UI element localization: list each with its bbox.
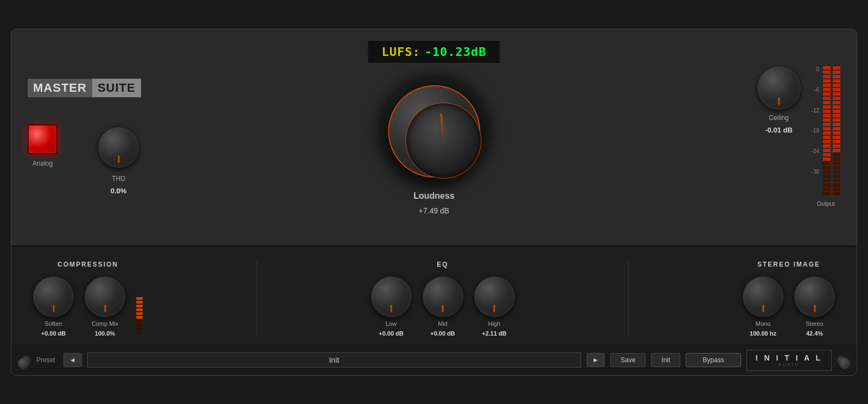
comp-mix-knob[interactable] [85,276,125,317]
bottom-section: COMPRESSION Soften +0.00 dB Comp Mix 100… [11,247,857,345]
preset-label: Preset [36,356,55,364]
eq-high-knob[interactable] [474,276,515,317]
lufs-display: LUFS: -10.23dB [367,40,500,64]
vu-meter: 0 -6 -12 -18 -24 -30 Output [812,66,840,207]
lufs-label: LUFS: [381,45,420,59]
thd-knob[interactable] [98,127,139,168]
stereo-knob[interactable] [794,276,835,317]
eq-title: EQ [437,261,448,268]
eq-high-value: +2.11 dB [482,330,507,337]
ceiling-label: Ceiling [769,114,789,122]
mono-label: Mono [756,320,771,327]
soften-item: Soften +0.00 dB [33,276,74,337]
main-knob-body[interactable] [388,85,480,178]
vu-labels: 0 -6 -12 -18 -24 -30 [812,66,821,175]
eq-low-knob[interactable] [371,276,412,317]
main-knob-inner [405,103,481,179]
logo: MASTER SUITE [28,79,141,97]
top-center: LUFS: -10.23dB [367,40,500,215]
ceiling-value: -0.01 dB [765,126,793,134]
thd-label: THD [112,175,125,182]
loudness-label: Loudness [413,191,455,201]
soften-label: Soften [45,320,62,327]
eq-high-item: High +2.11 dB [474,276,515,337]
soften-value: +0.00 dB [41,330,66,337]
preset-name-display: Init [87,352,582,368]
vu-label-18: -18 [812,128,819,134]
stereo-item: Stereo 42.4% [794,276,835,337]
thd-knob-wrap: // ticks rendered inline [95,124,142,171]
eq-mid-value: +0.00 dB [430,330,455,337]
compression-title: COMPRESSION [58,261,118,268]
comp-mix-value: 100.0% [95,330,115,337]
screw-bottom-right [839,358,850,369]
divider-2 [628,261,629,337]
save-button[interactable]: Save [610,353,646,367]
eq-low-label: Low [386,320,397,327]
mono-value: 100.00 hz [750,330,776,337]
vu-label-0: 0 [812,66,819,72]
eq-high-label: High [488,320,501,327]
init-button[interactable]: Init [651,353,680,367]
stereo-group: STEREO IMAGE Mono 100.00 hz Stereo 42.4% [743,261,835,337]
main-knob-indicator [440,113,444,141]
stereo-value: 42.4% [806,330,823,337]
comp-mix-label: Comp Mix [92,320,119,327]
preset-next-button[interactable]: ► [586,353,605,367]
analog-section: Analog [28,124,58,167]
top-right: Ceiling -0.01 dB 0 -6 -12 -18 -24 -30 [757,66,840,207]
logo-suite: SUITE [92,79,141,97]
vu-label-12: -12 [812,108,819,113]
eq-low-value: +0.00 dB [379,330,404,337]
thd-section: // ticks rendered inline THD 0.0% [95,124,142,195]
output-label: Output [817,200,835,207]
comp-mix-item: Comp Mix 100.0% [85,276,125,337]
eq-group: EQ Low +0.00 dB Mid +0.00 dB High +2.11 … [371,261,515,337]
loudness-value: +7.49 dB [419,206,449,215]
eq-mid-knob[interactable] [423,276,463,317]
bypass-button[interactable]: Bypass [686,353,741,367]
vu-left-channel [823,66,831,195]
divider-1 [257,261,257,337]
lufs-value: -10.23dB [425,45,487,59]
stereo-knobs: Mono 100.00 hz Stereo 42.4% [743,276,835,337]
top-section: MASTER SUITE Analog // ticks r [11,29,857,247]
screw-bottom-left [18,358,29,369]
mono-item: Mono 100.00 hz [743,276,783,337]
brand-name: I N I T I A L [756,354,822,362]
eq-knobs: Low +0.00 dB Mid +0.00 dB High +2.11 dB [371,276,515,337]
plugin-container: MASTER SUITE Analog // ticks r [11,29,857,376]
stereo-title: STEREO IMAGE [757,261,820,268]
analog-label: Analog [33,160,53,167]
comp-meter [136,293,143,337]
logo-master: MASTER [28,79,92,97]
vu-label-6: -6 [812,87,819,93]
ceiling-section: Ceiling -0.01 dB [757,66,801,134]
mono-knob[interactable] [743,276,783,317]
thd-value: 0.0% [111,187,127,195]
vu-label-30: -30 [812,169,819,175]
main-knob-container: Loudness +7.49 dB [380,77,488,215]
eq-mid-label: Mid [438,320,448,327]
preset-prev-button[interactable]: ◄ [63,353,82,367]
vu-right-channel [833,66,840,195]
compression-knobs: Soften +0.00 dB Comp Mix 100.0% [33,276,143,337]
stereo-label: Stereo [806,320,823,327]
ceiling-knob[interactable] [757,66,801,110]
analog-button[interactable] [28,124,58,154]
eq-mid-item: Mid +0.00 dB [423,276,463,337]
brand-sub: AUDIO [778,362,800,367]
vu-label-24: -24 [812,148,819,154]
soften-knob[interactable] [33,276,74,317]
eq-low-item: Low +0.00 dB [371,276,412,337]
compression-group: COMPRESSION Soften +0.00 dB Comp Mix 100… [33,261,143,337]
main-knob-wrap[interactable] [380,77,488,186]
footer: Preset ◄ Init ► Save Init Bypass I N I T… [11,345,857,375]
brand-logo: I N I T I A L AUDIO [746,350,832,371]
